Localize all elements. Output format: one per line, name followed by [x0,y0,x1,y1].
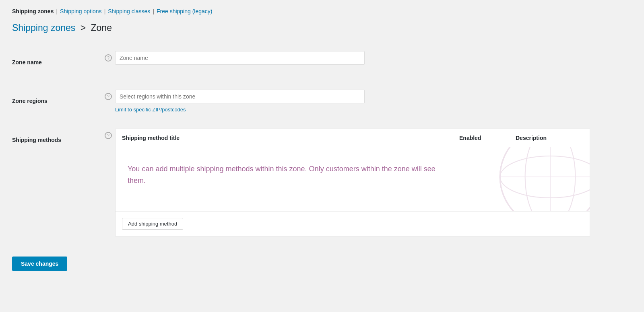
svg-point-0 [500,147,590,211]
shipping-methods-field-row: ? Shipping method title Enabled Descript… [105,129,628,236]
nav-tab-shipping-options[interactable]: Shipping options [60,8,102,14]
shipping-methods-table: Shipping method title Enabled Descriptio… [115,129,590,236]
zone-name-label: Zone name [12,59,42,66]
add-shipping-method-button[interactable]: Add shipping method [122,218,183,230]
zone-name-field-row: ? [105,51,628,65]
methods-empty-row: You can add multiple shipping methods wi… [116,147,590,211]
zone-regions-input[interactable] [115,90,365,103]
breadcrumb-parent-link[interactable]: Shipping zones [12,23,75,33]
save-changes-button[interactable]: Save changes [12,257,67,271]
nav-tabs: Shipping zones | Shipping options | Ship… [12,8,632,14]
col-header-enabled: Enabled [453,129,509,147]
col-header-title: Shipping method title [116,129,453,147]
nav-tab-free-shipping[interactable]: Free shipping (legacy) [157,8,213,14]
breadcrumb-current: Zone [91,23,112,33]
zone-regions-help-icon[interactable]: ? [105,93,112,100]
form-table: Zone name ? Zone regions [12,43,632,244]
zone-regions-row: Zone regions ? Limit to specific ZIP/pos… [12,82,632,121]
zone-name-row: Zone name ? [12,43,632,82]
shipping-methods-help-icon[interactable]: ? [105,132,112,139]
zone-name-input[interactable] [115,51,365,65]
nav-sep-3: | [153,8,154,14]
shipping-methods-label: Shipping methods [12,137,61,143]
col-header-description: Description [509,129,590,147]
svg-point-5 [500,147,590,211]
methods-header: Shipping method title Enabled Descriptio… [116,129,590,147]
nav-sep-1: | [56,8,58,14]
zone-regions-label: Zone regions [12,98,47,104]
breadcrumb-separator: > [80,23,86,33]
methods-empty-text: You can add multiple shipping methods wi… [128,163,450,187]
page-wrapper: Shipping zones | Shipping options | Ship… [0,0,644,287]
breadcrumb: Shipping zones > Zone [12,23,632,33]
nav-tab-shipping-zones[interactable]: Shipping zones [12,8,54,14]
shipping-methods-row: Shipping methods ? Shipping method title… [12,121,632,244]
nav-tab-shipping-classes[interactable]: Shipping classes [108,8,150,14]
nav-sep-2: | [104,8,106,14]
methods-footer: Add shipping method [116,211,590,236]
globe-watermark [461,147,590,211]
zone-name-help-icon[interactable]: ? [105,54,112,62]
zone-regions-field-row: ? Limit to specific ZIP/postcodes [105,90,628,113]
limit-zip-link[interactable]: Limit to specific ZIP/postcodes [115,107,365,113]
